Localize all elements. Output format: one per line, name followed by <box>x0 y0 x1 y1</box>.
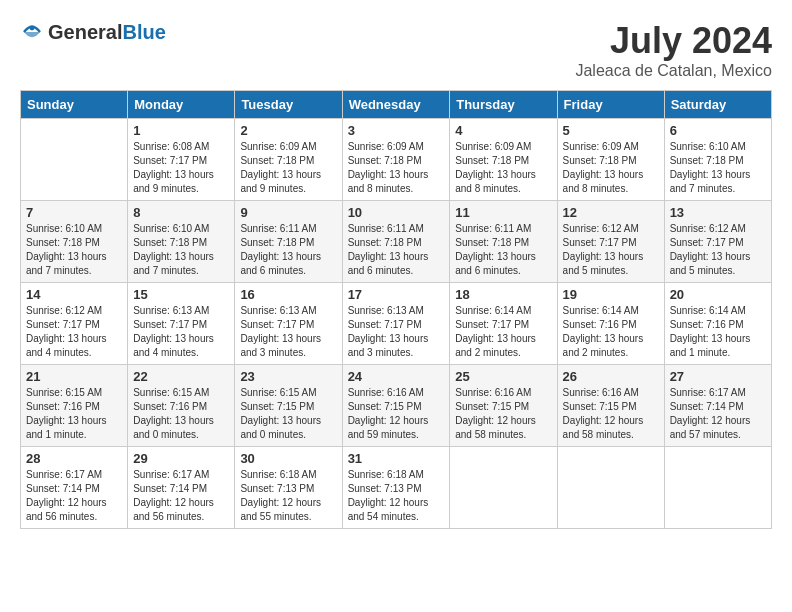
calendar-cell: 17Sunrise: 6:13 AM Sunset: 7:17 PM Dayli… <box>342 283 450 365</box>
calendar-week-row: 7Sunrise: 6:10 AM Sunset: 7:18 PM Daylig… <box>21 201 772 283</box>
calendar-cell <box>21 119 128 201</box>
day-number: 10 <box>348 205 445 220</box>
day-info: Sunrise: 6:17 AM Sunset: 7:14 PM Dayligh… <box>26 468 122 524</box>
calendar-cell: 22Sunrise: 6:15 AM Sunset: 7:16 PM Dayli… <box>128 365 235 447</box>
day-number: 20 <box>670 287 766 302</box>
day-info: Sunrise: 6:18 AM Sunset: 7:13 PM Dayligh… <box>348 468 445 524</box>
day-info: Sunrise: 6:14 AM Sunset: 7:17 PM Dayligh… <box>455 304 551 360</box>
day-number: 6 <box>670 123 766 138</box>
day-info: Sunrise: 6:11 AM Sunset: 7:18 PM Dayligh… <box>455 222 551 278</box>
day-number: 28 <box>26 451 122 466</box>
day-number: 4 <box>455 123 551 138</box>
calendar-header-row: SundayMondayTuesdayWednesdayThursdayFrid… <box>21 91 772 119</box>
day-number: 30 <box>240 451 336 466</box>
calendar-cell: 10Sunrise: 6:11 AM Sunset: 7:18 PM Dayli… <box>342 201 450 283</box>
calendar-cell: 6Sunrise: 6:10 AM Sunset: 7:18 PM Daylig… <box>664 119 771 201</box>
calendar-cell <box>450 447 557 529</box>
day-number: 27 <box>670 369 766 384</box>
calendar-cell: 15Sunrise: 6:13 AM Sunset: 7:17 PM Dayli… <box>128 283 235 365</box>
calendar-cell: 24Sunrise: 6:16 AM Sunset: 7:15 PM Dayli… <box>342 365 450 447</box>
logo-icon <box>20 20 44 44</box>
day-info: Sunrise: 6:14 AM Sunset: 7:16 PM Dayligh… <box>563 304 659 360</box>
calendar-cell: 31Sunrise: 6:18 AM Sunset: 7:13 PM Dayli… <box>342 447 450 529</box>
day-info: Sunrise: 6:11 AM Sunset: 7:18 PM Dayligh… <box>240 222 336 278</box>
calendar-cell: 14Sunrise: 6:12 AM Sunset: 7:17 PM Dayli… <box>21 283 128 365</box>
day-number: 8 <box>133 205 229 220</box>
day-number: 23 <box>240 369 336 384</box>
calendar-cell: 8Sunrise: 6:10 AM Sunset: 7:18 PM Daylig… <box>128 201 235 283</box>
day-number: 26 <box>563 369 659 384</box>
calendar-body: 1Sunrise: 6:08 AM Sunset: 7:17 PM Daylig… <box>21 119 772 529</box>
day-info: Sunrise: 6:17 AM Sunset: 7:14 PM Dayligh… <box>133 468 229 524</box>
calendar-cell: 29Sunrise: 6:17 AM Sunset: 7:14 PM Dayli… <box>128 447 235 529</box>
calendar-cell: 7Sunrise: 6:10 AM Sunset: 7:18 PM Daylig… <box>21 201 128 283</box>
calendar-cell: 20Sunrise: 6:14 AM Sunset: 7:16 PM Dayli… <box>664 283 771 365</box>
day-info: Sunrise: 6:10 AM Sunset: 7:18 PM Dayligh… <box>26 222 122 278</box>
day-number: 17 <box>348 287 445 302</box>
column-header-sunday: Sunday <box>21 91 128 119</box>
calendar-cell: 30Sunrise: 6:18 AM Sunset: 7:13 PM Dayli… <box>235 447 342 529</box>
day-info: Sunrise: 6:16 AM Sunset: 7:15 PM Dayligh… <box>455 386 551 442</box>
calendar-cell: 23Sunrise: 6:15 AM Sunset: 7:15 PM Dayli… <box>235 365 342 447</box>
calendar-cell: 16Sunrise: 6:13 AM Sunset: 7:17 PM Dayli… <box>235 283 342 365</box>
day-info: Sunrise: 6:16 AM Sunset: 7:15 PM Dayligh… <box>348 386 445 442</box>
day-number: 11 <box>455 205 551 220</box>
day-number: 22 <box>133 369 229 384</box>
day-number: 9 <box>240 205 336 220</box>
day-number: 15 <box>133 287 229 302</box>
calendar-week-row: 1Sunrise: 6:08 AM Sunset: 7:17 PM Daylig… <box>21 119 772 201</box>
day-info: Sunrise: 6:09 AM Sunset: 7:18 PM Dayligh… <box>348 140 445 196</box>
day-info: Sunrise: 6:15 AM Sunset: 7:16 PM Dayligh… <box>26 386 122 442</box>
day-info: Sunrise: 6:17 AM Sunset: 7:14 PM Dayligh… <box>670 386 766 442</box>
page-header: GeneralBlue July 2024 Jaleaca de Catalan… <box>20 20 772 80</box>
day-info: Sunrise: 6:10 AM Sunset: 7:18 PM Dayligh… <box>670 140 766 196</box>
day-number: 12 <box>563 205 659 220</box>
column-header-tuesday: Tuesday <box>235 91 342 119</box>
day-number: 14 <box>26 287 122 302</box>
column-header-saturday: Saturday <box>664 91 771 119</box>
calendar-cell: 26Sunrise: 6:16 AM Sunset: 7:15 PM Dayli… <box>557 365 664 447</box>
location-title: Jaleaca de Catalan, Mexico <box>575 62 772 80</box>
day-info: Sunrise: 6:09 AM Sunset: 7:18 PM Dayligh… <box>455 140 551 196</box>
calendar-cell: 1Sunrise: 6:08 AM Sunset: 7:17 PM Daylig… <box>128 119 235 201</box>
day-info: Sunrise: 6:11 AM Sunset: 7:18 PM Dayligh… <box>348 222 445 278</box>
day-number: 18 <box>455 287 551 302</box>
calendar-cell: 18Sunrise: 6:14 AM Sunset: 7:17 PM Dayli… <box>450 283 557 365</box>
day-number: 21 <box>26 369 122 384</box>
logo-general: GeneralBlue <box>48 21 166 44</box>
calendar-cell: 11Sunrise: 6:11 AM Sunset: 7:18 PM Dayli… <box>450 201 557 283</box>
calendar-cell: 5Sunrise: 6:09 AM Sunset: 7:18 PM Daylig… <box>557 119 664 201</box>
calendar-cell <box>557 447 664 529</box>
column-header-friday: Friday <box>557 91 664 119</box>
day-number: 2 <box>240 123 336 138</box>
day-info: Sunrise: 6:13 AM Sunset: 7:17 PM Dayligh… <box>348 304 445 360</box>
month-title: July 2024 <box>575 20 772 62</box>
calendar-cell: 27Sunrise: 6:17 AM Sunset: 7:14 PM Dayli… <box>664 365 771 447</box>
day-number: 7 <box>26 205 122 220</box>
day-info: Sunrise: 6:12 AM Sunset: 7:17 PM Dayligh… <box>26 304 122 360</box>
calendar-cell: 9Sunrise: 6:11 AM Sunset: 7:18 PM Daylig… <box>235 201 342 283</box>
calendar-cell: 25Sunrise: 6:16 AM Sunset: 7:15 PM Dayli… <box>450 365 557 447</box>
calendar-cell: 3Sunrise: 6:09 AM Sunset: 7:18 PM Daylig… <box>342 119 450 201</box>
title-block: July 2024 Jaleaca de Catalan, Mexico <box>575 20 772 80</box>
day-info: Sunrise: 6:13 AM Sunset: 7:17 PM Dayligh… <box>240 304 336 360</box>
day-info: Sunrise: 6:09 AM Sunset: 7:18 PM Dayligh… <box>240 140 336 196</box>
day-number: 29 <box>133 451 229 466</box>
day-info: Sunrise: 6:10 AM Sunset: 7:18 PM Dayligh… <box>133 222 229 278</box>
day-info: Sunrise: 6:09 AM Sunset: 7:18 PM Dayligh… <box>563 140 659 196</box>
day-info: Sunrise: 6:08 AM Sunset: 7:17 PM Dayligh… <box>133 140 229 196</box>
day-number: 3 <box>348 123 445 138</box>
day-number: 24 <box>348 369 445 384</box>
day-info: Sunrise: 6:14 AM Sunset: 7:16 PM Dayligh… <box>670 304 766 360</box>
day-info: Sunrise: 6:12 AM Sunset: 7:17 PM Dayligh… <box>563 222 659 278</box>
calendar-cell: 28Sunrise: 6:17 AM Sunset: 7:14 PM Dayli… <box>21 447 128 529</box>
day-number: 16 <box>240 287 336 302</box>
day-number: 19 <box>563 287 659 302</box>
day-info: Sunrise: 6:12 AM Sunset: 7:17 PM Dayligh… <box>670 222 766 278</box>
day-info: Sunrise: 6:18 AM Sunset: 7:13 PM Dayligh… <box>240 468 336 524</box>
calendar-cell: 13Sunrise: 6:12 AM Sunset: 7:17 PM Dayli… <box>664 201 771 283</box>
day-number: 31 <box>348 451 445 466</box>
day-info: Sunrise: 6:15 AM Sunset: 7:16 PM Dayligh… <box>133 386 229 442</box>
logo: GeneralBlue <box>20 20 166 44</box>
day-info: Sunrise: 6:13 AM Sunset: 7:17 PM Dayligh… <box>133 304 229 360</box>
